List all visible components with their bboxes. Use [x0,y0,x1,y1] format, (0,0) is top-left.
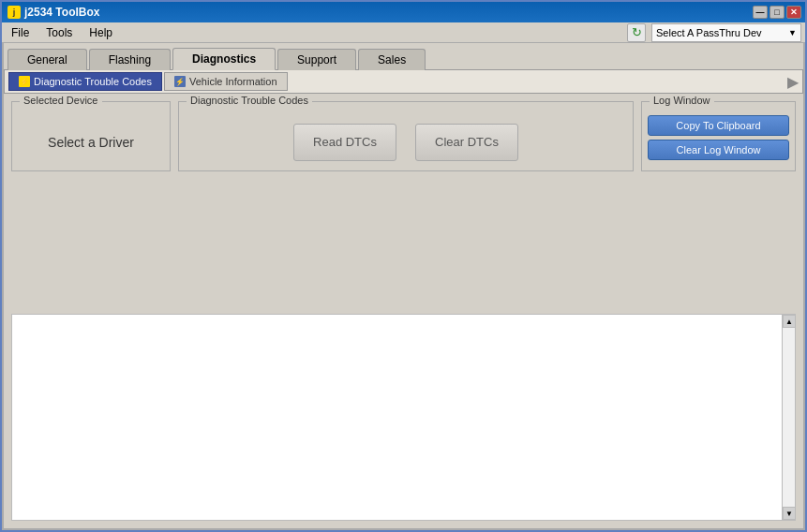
minimize-button[interactable]: — [753,6,768,19]
title-bar-buttons: — □ ✕ [753,6,801,19]
menu-bar: File Tools Help ↻ Select A PassThru Dev … [2,22,805,43]
tab-flashing[interactable]: Flashing [89,49,171,70]
close-button[interactable]: ✕ [786,6,801,19]
subtabs-scroll-right[interactable]: ▶ [787,73,799,91]
selected-device-legend: Selected Device [20,95,102,106]
log-window-panel: Log Window Copy To Clipboard Clear Log W… [641,101,796,171]
subtabs-container: ⚡ Diagnostic Trouble Codes ⚡ Vehicle Inf… [4,69,803,94]
log-window-legend: Log Window [650,95,714,106]
main-panel: General Flashing Diagnostics Support Sal… [2,43,805,530]
dtc-panel: Diagnostic Trouble Codes Read DTCs Clear… [178,101,634,171]
select-driver-text: Select a Driver [48,135,134,150]
passthru-dropdown[interactable]: Select A PassThru Dev ▼ [651,23,801,42]
tab-support[interactable]: Support [277,49,356,70]
scrollbar-track [783,328,795,507]
title-bar: j j2534 ToolBox — □ ✕ [2,2,805,22]
refresh-button[interactable]: ↻ [627,23,646,42]
title-text: j2534 ToolBox [24,6,99,19]
dtc-panel-legend: Diagnostic Trouble Codes [187,95,312,106]
title-bar-left: j j2534 ToolBox [7,6,99,19]
menu-help[interactable]: Help [83,24,118,41]
app-icon: j [7,6,21,19]
tab-sales[interactable]: Sales [358,49,426,70]
log-content-area: ▲ ▼ [11,314,796,521]
log-text-area [12,315,795,520]
scrollbar-up-arrow[interactable]: ▲ [783,315,796,328]
copy-to-clipboard-button[interactable]: Copy To Clipboard [648,115,789,136]
dtc-icon: ⚡ [19,76,30,87]
subtab-vehicle-label: Vehicle Information [189,76,277,87]
subtab-vehicle-info[interactable]: ⚡ Vehicle Information [164,72,288,91]
menu-file[interactable]: File [6,24,35,41]
selected-device-panel: Selected Device Select a Driver [11,101,171,171]
app-window: j j2534 ToolBox — □ ✕ File Tools Help ↻ … [0,0,807,532]
scrollbar-down-arrow[interactable]: ▼ [783,507,796,520]
clear-log-window-button[interactable]: Clear Log Window [648,140,789,160]
tabs-container: General Flashing Diagnostics Support Sal… [4,43,803,69]
clear-dtcs-button[interactable]: Clear DTCs [415,124,518,161]
tab-general[interactable]: General [7,49,87,70]
passthru-label: Select A PassThru Dev [656,27,762,38]
log-scrollbar: ▲ ▼ [782,315,795,520]
content-pane: Selected Device Select a Driver Diagnost… [4,94,803,314]
menu-tools[interactable]: Tools [40,24,78,41]
dropdown-arrow-icon: ▼ [788,28,797,37]
vehicle-icon: ⚡ [174,76,186,87]
read-dtcs-button[interactable]: Read DTCs [293,124,396,161]
subtab-dtc-label: Diagnostic Trouble Codes [34,76,152,87]
tab-diagnostics[interactable]: Diagnostics [172,48,276,70]
subtab-dtc[interactable]: ⚡ Diagnostic Trouble Codes [8,72,162,91]
maximize-button[interactable]: □ [770,6,785,19]
